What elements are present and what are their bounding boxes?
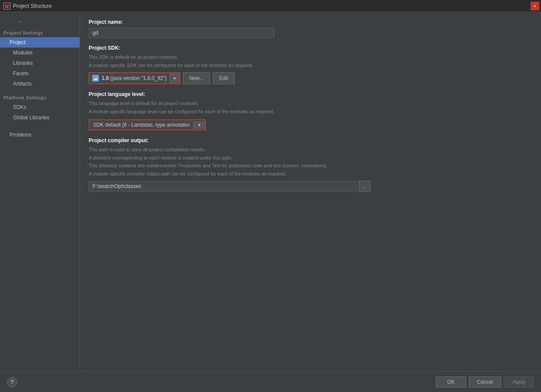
sdk-new-button[interactable]: New... [183, 72, 210, 84]
title-bar: U Project Structure × [0, 0, 541, 12]
compiler-output-section: Project compiler output: This path is us… [89, 137, 532, 192]
compiler-output-path-input[interactable] [89, 181, 357, 191]
close-button[interactable]: × [531, 2, 539, 10]
language-level-header: Project language level: [89, 91, 532, 97]
bottom-bar: ? OK Cancel Apply [0, 371, 541, 392]
sidebar-item-problems[interactable]: Problems [0, 130, 80, 140]
window-title: Project Structure [13, 3, 51, 9]
compiler-desc3: This directory contains two subdirectori… [89, 162, 532, 169]
sdk-select-wrapper: ☕ 1.8 (java version "1.8.0_92") ▼ [89, 72, 180, 84]
sdk-edit-button[interactable]: Edit [213, 72, 235, 84]
sdk-desc2: A module specific SDK can be configured … [89, 62, 532, 69]
project-name-header: Project name: [89, 19, 532, 25]
sidebar-item-modules[interactable]: Modules [0, 48, 80, 58]
project-sdk-header: Project SDK: [89, 45, 532, 51]
language-desc2: A module specific language level can be … [89, 108, 532, 115]
project-name-section: Project name: [89, 19, 532, 38]
content-area: Project name: Project SDK: This SDK is d… [80, 12, 541, 371]
sidebar: ← → Project Settings Project Modules Lib… [0, 12, 80, 371]
sdk-dropdown-button[interactable]: ▼ [170, 73, 179, 83]
nav-row: ← → [0, 16, 80, 28]
language-level-select[interactable] [90, 120, 193, 130]
sidebar-item-facets[interactable]: Facets [0, 68, 80, 79]
sidebar-item-artifacts[interactable]: Artifacts [0, 79, 80, 89]
sdk-desc1: This SDK is default for all project modu… [89, 54, 532, 61]
project-settings-label: Project Settings [0, 28, 80, 37]
sdk-version-detail: (java version "1.8.0_92") [110, 75, 167, 81]
compiler-desc1: This path is used to store all project c… [89, 146, 532, 153]
project-language-section: Project language level: This language le… [89, 91, 532, 131]
cancel-button[interactable]: Cancel [469, 376, 501, 388]
sidebar-item-global-libraries[interactable]: Global Libraries [0, 112, 80, 123]
sdk-row: ☕ 1.8 (java version "1.8.0_92") ▼ New...… [89, 72, 532, 84]
platform-settings-label: Platform Settings [0, 92, 80, 102]
sdk-version-number: 1.8 [102, 75, 109, 81]
sdk-java-icon: ☕ [92, 75, 99, 82]
sdk-select-inner: ☕ 1.8 (java version "1.8.0_92") [90, 73, 170, 83]
sdk-version-label: 1.8 (java version "1.8.0_92") [102, 75, 167, 81]
project-sdk-section: Project SDK: This SDK is default for all… [89, 45, 532, 84]
language-level-dropdown-icon[interactable]: ▼ [193, 121, 205, 129]
bottom-actions: OK Cancel Apply [436, 376, 534, 388]
help-button[interactable]: ? [7, 377, 17, 387]
project-name-input[interactable] [89, 28, 275, 38]
ok-button[interactable]: OK [436, 376, 466, 388]
main-layout: ← → Project Settings Project Modules Lib… [0, 12, 541, 371]
sidebar-item-project[interactable]: Project [0, 37, 80, 48]
app-icon: U [3, 3, 10, 10]
compiler-output-header: Project compiler output: [89, 137, 532, 143]
compiler-output-row: ... [89, 181, 532, 192]
apply-button[interactable]: Apply [504, 376, 534, 388]
language-level-wrapper: ▼ [89, 119, 206, 131]
nav-forward-icon[interactable]: → [15, 17, 24, 26]
sidebar-item-libraries[interactable]: Libraries [0, 58, 80, 68]
compiler-desc4: A module specific compiler output path c… [89, 170, 532, 178]
browse-button[interactable]: ... [359, 181, 371, 192]
sidebar-item-sdks[interactable]: SDKs [0, 102, 80, 112]
nav-back-icon[interactable]: ← [3, 17, 13, 26]
compiler-desc2: A directory corresponding to each module… [89, 154, 532, 162]
language-desc1: This language level is default for all p… [89, 100, 532, 107]
